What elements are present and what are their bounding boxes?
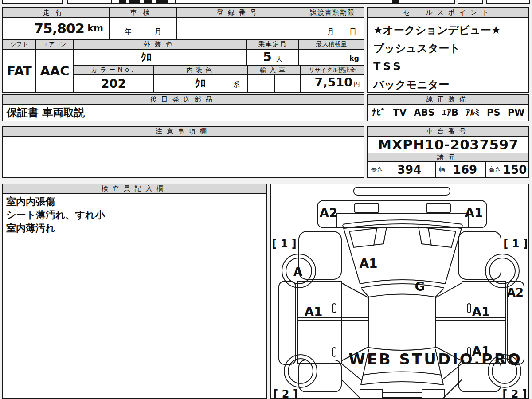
damage-label-front-corner-right: [ 1 ] xyxy=(503,238,528,250)
cut-text-artifact xyxy=(392,0,399,4)
damage-label-rear-corner-left: [ 2 ] xyxy=(273,388,297,398)
notes-body xyxy=(2,136,364,178)
mileage-unit: km xyxy=(87,23,103,34)
inspection-value: 年 月 xyxy=(109,17,177,40)
damage-label-rear-corner-right: [ 2 ] xyxy=(502,388,527,398)
damage-label-door-front-left: A1 xyxy=(304,305,322,319)
max-load-header: 最大積載量 xyxy=(298,39,364,50)
top-cut-cell xyxy=(282,0,455,4)
spec-length-value: 394 xyxy=(383,163,435,176)
inspector-note: 室内内張傷 xyxy=(6,195,263,208)
damage-label-front-left-wheel: A xyxy=(293,265,302,278)
aircon-value: AAC xyxy=(35,49,74,93)
interior-color-value: ｸﾛ 系 xyxy=(153,74,248,93)
inspector-note: シート薄汚れ、すれ小 xyxy=(6,208,263,222)
transfer-deadline-value: 月 日 xyxy=(301,17,364,40)
damage-label-front-corner-left: [ 1 ] xyxy=(272,238,296,250)
recycle-deposit-value: 7,510 円 xyxy=(300,74,364,93)
top-cut-cell xyxy=(458,0,483,4)
mileage-value: 75,802 km xyxy=(2,17,110,40)
spec-width-value: 169 xyxy=(445,163,485,176)
interior-color-text: ｸﾛ xyxy=(195,77,206,90)
cut-text-artifact xyxy=(119,0,126,4)
top-cut-cell xyxy=(2,0,63,4)
shift-header: シフト xyxy=(2,39,36,50)
damage-label-door-rear-right: A1 xyxy=(472,344,490,359)
top-cut-cell xyxy=(67,0,112,4)
mileage-number: 75,802 xyxy=(34,20,85,36)
chassis-no-value: MXPH10-2037597 xyxy=(367,136,529,153)
cut-text-artifact xyxy=(156,0,168,4)
cut-text-artifact xyxy=(144,0,152,4)
damage-label-rocker-right: A2 xyxy=(507,286,524,299)
sales-point-item: TSS xyxy=(373,58,523,76)
notes-header: 注意事項欄 xyxy=(2,126,364,137)
car-diagram-svg: WEB STUDIO.PRO xyxy=(271,184,528,398)
inspector-note: 室内薄汚れ xyxy=(6,222,263,235)
later-parts-value: 保証書 車両取説 xyxy=(2,104,364,121)
spec-width-label: 幅 xyxy=(436,166,445,174)
recycle-deposit-header: リサイクル預託金 xyxy=(300,65,364,75)
top-cut-cell xyxy=(486,0,530,4)
inspection-month-suffix: 月 xyxy=(155,27,162,37)
inspector-body: 室内内張傷 シート薄汚れ、すれ小 室内薄汚れ xyxy=(2,193,267,399)
max-load-value: kg xyxy=(298,49,364,66)
damage-label-front-bumper-right: A1 xyxy=(465,206,483,220)
damage-label-hood: A1 xyxy=(359,256,377,271)
mileage-header: 走行 xyxy=(2,7,110,18)
recycle-deposit-number: 7,510 xyxy=(315,75,352,89)
damage-label-front-bumper-left: A2 xyxy=(319,206,337,220)
spec-length-label: 長さ xyxy=(368,166,383,174)
deadline-day-suffix: 日 xyxy=(349,27,356,37)
capacity-number: 5 xyxy=(263,50,271,64)
spec-height: 高さ 150 xyxy=(485,161,529,178)
inspection-header: 車検 xyxy=(109,7,177,18)
specs-header: 諸元 xyxy=(367,153,529,162)
later-parts-header: 後日発送部品 xyxy=(2,94,364,105)
genuine-equipment-header: 純正装備 xyxy=(367,94,529,105)
registration-value xyxy=(176,17,301,40)
spec-width: 幅 169 xyxy=(435,161,486,178)
import-car-cell-1 xyxy=(247,74,275,93)
import-car-header: 輸入車 xyxy=(247,65,301,75)
deadline-month-suffix: 月 xyxy=(327,27,334,37)
transfer-deadline-header: 譲渡書類期限 xyxy=(301,7,364,18)
inspector-header: 検査員記入欄 xyxy=(2,184,267,194)
recycle-deposit-unit: 円 xyxy=(354,81,360,89)
sales-point-item: プッシュスタート xyxy=(373,39,523,58)
registration-header: 登録番号 xyxy=(176,7,301,18)
watermark: WEB STUDIO.PRO xyxy=(348,350,522,368)
color-no-header: カラーNo. xyxy=(73,65,154,75)
sales-point-item: バックモニター xyxy=(373,76,523,94)
sales-point-item: ★オークションデビュー★ xyxy=(373,21,523,39)
interior-color-suffix: 系 xyxy=(233,81,240,89)
import-car-cell-2 xyxy=(274,74,301,93)
damage-label-door-front-right: A1 xyxy=(472,305,490,319)
exterior-color-value: ｸﾛ xyxy=(73,49,219,66)
sales-points-body: ★オークションデビュー★ プッシュスタート TSS バックモニター xyxy=(367,17,529,93)
spec-length: 長さ 394 xyxy=(367,161,436,178)
exterior-color-header: 外装色 xyxy=(73,39,247,50)
color-no-value: 202 xyxy=(73,74,154,93)
capacity-value: 5 人 xyxy=(246,49,299,66)
capacity-header: 乗車定員 xyxy=(246,39,299,50)
aircon-header: エアコン xyxy=(35,39,74,50)
auction-sheet: 走行 車検 登録番号 譲渡書類期限 75,802 km 年 月 月 日 シフト … xyxy=(0,0,532,399)
spec-height-value: 150 xyxy=(501,163,528,176)
genuine-equipment-value: ﾅﾋﾞ TV ABS ｴｱB ｱﾙﾐ PS PW xyxy=(367,104,529,121)
cut-text-artifact xyxy=(129,0,140,4)
sales-points-header: セールスポイント xyxy=(367,7,529,18)
top-cut-cell xyxy=(175,0,282,4)
shift-value: FAT xyxy=(2,49,36,93)
damage-label-windshield: G xyxy=(415,279,425,294)
car-damage-diagram: WEB STUDIO.PRO xyxy=(270,184,529,399)
inspection-year-suffix: 年 xyxy=(125,27,132,37)
interior-color-header: 内装色 xyxy=(153,65,248,75)
spec-height-label: 高さ xyxy=(486,166,501,174)
chassis-no-header: 車台番号 xyxy=(367,126,529,137)
exterior-color-extra-cell xyxy=(219,49,247,66)
capacity-unit: 人 xyxy=(276,55,282,63)
